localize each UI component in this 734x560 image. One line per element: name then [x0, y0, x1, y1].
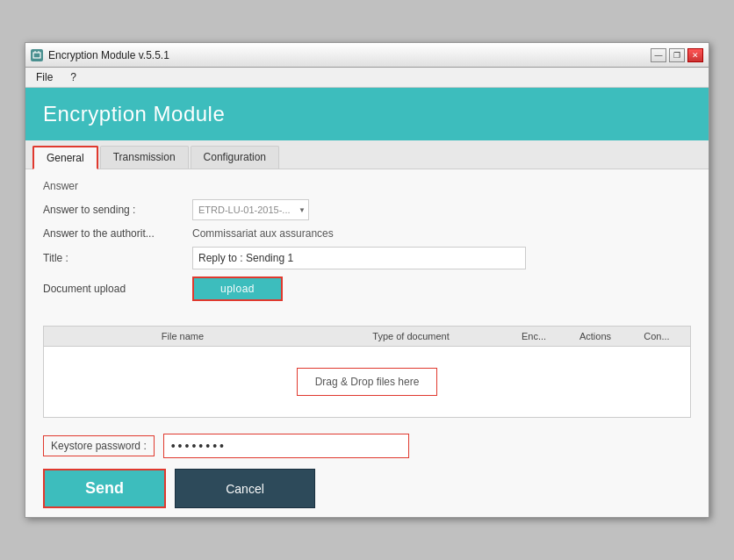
content-area: General Transmission Configuration Answe…	[25, 140, 709, 517]
menu-help[interactable]: ?	[67, 69, 80, 85]
section-label: Answer	[43, 180, 691, 192]
minimize-button[interactable]: —	[651, 48, 666, 62]
keystore-row: Keystore password :	[43, 434, 691, 458]
window-controls: — ❐ ✕	[651, 48, 703, 62]
titlebar: Encryption Module v.5.5.1 — ❐ ✕	[25, 43, 709, 68]
answer-authority-label: Answer to the authorit...	[43, 227, 184, 240]
menubar: File ?	[25, 68, 709, 88]
col-con: Con...	[630, 331, 683, 341]
document-upload-row: Document upload upload	[43, 276, 691, 301]
app-header-title: Encryption Module	[43, 102, 225, 126]
menu-file[interactable]: File	[32, 69, 56, 85]
tab-general[interactable]: General	[32, 146, 98, 169]
titlebar-left: Encryption Module v.5.5.1	[31, 49, 169, 61]
title-row: Title :	[43, 247, 691, 269]
cancel-button[interactable]: Cancel	[175, 469, 315, 508]
answer-authority-row: Answer to the authorit... Commissariat a…	[43, 227, 691, 240]
app-icon	[31, 49, 43, 61]
title-input[interactable]	[192, 247, 526, 269]
action-buttons: Send Cancel	[43, 469, 691, 508]
col-actions: Actions	[560, 331, 630, 341]
answer-sending-select-wrapper: ETRD-LU-01-2015-... ▼	[192, 199, 309, 220]
table-body: Drag & Drop files here	[44, 347, 690, 417]
answer-sending-row: Answer to sending : ETRD-LU-01-2015-... …	[43, 199, 691, 220]
answer-sending-select[interactable]: ETRD-LU-01-2015-...	[192, 199, 309, 220]
document-upload-label: Document upload	[43, 283, 184, 295]
send-button[interactable]: Send	[43, 469, 166, 508]
keystore-label: Keystore password :	[43, 435, 155, 456]
app-header: Encryption Module	[25, 88, 709, 140]
main-window: Encryption Module v.5.5.1 — ❐ ✕ File ? E…	[25, 42, 709, 518]
tab-transmission[interactable]: Transmission	[100, 146, 189, 169]
keystore-input[interactable]	[163, 434, 409, 458]
col-filename: File name	[51, 331, 314, 341]
svg-rect-0	[33, 53, 40, 58]
upload-button[interactable]: upload	[192, 276, 283, 301]
col-enc: Enc...	[507, 331, 560, 341]
col-type: Type of document	[314, 331, 507, 341]
tab-configuration[interactable]: Configuration	[191, 146, 279, 169]
close-button[interactable]: ✕	[687, 48, 703, 62]
file-table: File name Type of document Enc... Action…	[43, 326, 691, 418]
window-title: Encryption Module v.5.5.1	[48, 49, 169, 61]
restore-button[interactable]: ❐	[669, 48, 685, 62]
answer-sending-label: Answer to sending :	[43, 204, 184, 216]
form-area: Answer Answer to sending : ETRD-LU-01-20…	[25, 169, 709, 319]
drag-drop-text: Drag & Drop files here	[315, 376, 420, 388]
title-label: Title :	[43, 252, 184, 264]
table-header: File name Type of document Enc... Action…	[44, 327, 690, 347]
answer-authority-value: Commissariat aux assurances	[192, 227, 334, 240]
bottom-area: Keystore password : Send Cancel	[25, 425, 709, 517]
drag-drop-area[interactable]: Drag & Drop files here	[297, 368, 438, 396]
tabs: General Transmission Configuration	[25, 140, 709, 169]
